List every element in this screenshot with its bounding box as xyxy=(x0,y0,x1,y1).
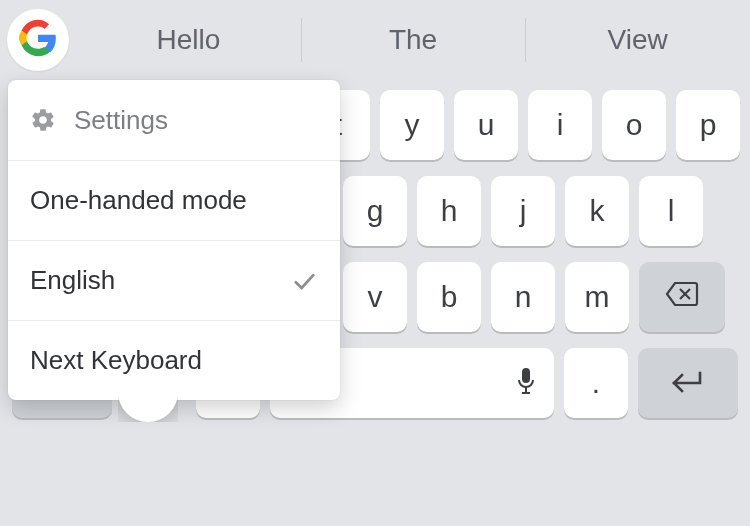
key-l[interactable]: l xyxy=(639,176,703,246)
key-h[interactable]: h xyxy=(417,176,481,246)
return-icon xyxy=(670,369,706,397)
key-j[interactable]: j xyxy=(491,176,555,246)
google-logo-circle xyxy=(7,9,69,71)
google-logo-icon xyxy=(19,19,57,61)
google-logo-button[interactable] xyxy=(0,0,76,80)
popup-item-label: One-handed mode xyxy=(30,185,247,216)
popup-item-settings[interactable]: Settings xyxy=(8,80,340,160)
key-v[interactable]: v xyxy=(343,262,407,332)
key-backspace[interactable] xyxy=(639,262,725,332)
key-k[interactable]: k xyxy=(565,176,629,246)
popup-item-label: English xyxy=(30,265,115,296)
popup-item-language[interactable]: English xyxy=(8,240,340,320)
key-g[interactable]: g xyxy=(343,176,407,246)
suggestion-item[interactable]: View xyxy=(525,0,750,80)
popup-item-label: Settings xyxy=(74,105,168,136)
suggestion-item[interactable]: The xyxy=(301,0,526,80)
key-n[interactable]: n xyxy=(491,262,555,332)
popup-item-label: Next Keyboard xyxy=(30,345,202,376)
key-u[interactable]: u xyxy=(454,90,518,160)
key-m[interactable]: m xyxy=(565,262,629,332)
keyboard-settings-popup: Settings One-handed mode English Next Ke… xyxy=(8,80,340,400)
gear-icon xyxy=(30,107,56,133)
suggestions-container: Hello The View xyxy=(76,0,750,80)
svg-rect-8 xyxy=(522,368,530,383)
suggestion-item[interactable]: Hello xyxy=(76,0,301,80)
popup-item-one-handed[interactable]: One-handed mode xyxy=(8,160,340,240)
key-return[interactable] xyxy=(638,348,738,418)
popup-item-next-keyboard[interactable]: Next Keyboard xyxy=(8,320,340,400)
suggestion-bar: Hello The View xyxy=(0,0,750,80)
key-o[interactable]: o xyxy=(602,90,666,160)
backspace-icon xyxy=(665,280,699,314)
key-i[interactable]: i xyxy=(528,90,592,160)
key-p[interactable]: p xyxy=(676,90,740,160)
key-b[interactable]: b xyxy=(417,262,481,332)
key-period[interactable]: . xyxy=(564,348,628,418)
checkmark-icon xyxy=(290,267,318,295)
key-y[interactable]: y xyxy=(380,90,444,160)
popup-tail xyxy=(118,396,178,422)
microphone-icon xyxy=(516,367,536,399)
